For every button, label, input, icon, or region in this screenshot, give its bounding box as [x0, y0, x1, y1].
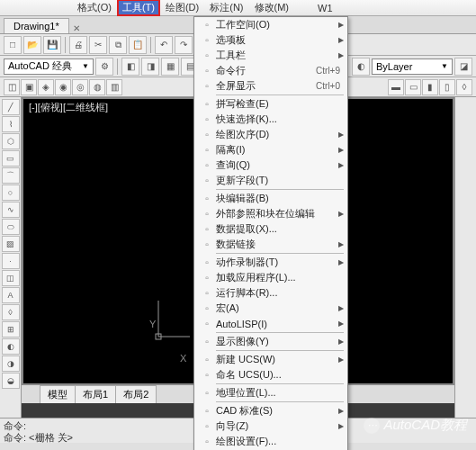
menu-item[interactable]: ▫运行脚本(R)... — [194, 285, 347, 301]
menu-item-icon: ▫ — [198, 388, 216, 398]
tool-icon[interactable]: ◨ — [141, 58, 159, 76]
menu-item-label: 选项板 — [216, 33, 338, 47]
table-icon[interactable]: ⊞ — [2, 321, 20, 338]
paste-icon[interactable]: 📋 — [129, 36, 147, 54]
line-icon[interactable]: ╱ — [2, 99, 20, 115]
menu-item-icon: ▫ — [198, 337, 216, 346]
tool-icon[interactable]: ▥ — [106, 79, 122, 95]
menu-dimension[interactable]: 标注(N) — [204, 0, 248, 16]
menu-item[interactable]: ▫查询(Q)▶ — [194, 158, 347, 173]
print-icon[interactable]: 🖨 — [69, 36, 87, 54]
tool-icon[interactable]: ▣ — [21, 79, 37, 95]
tab-model[interactable]: 模型 — [40, 385, 76, 404]
menu-item-label: 查询(Q) — [216, 158, 338, 172]
workspace-combo[interactable]: AutoCAD 经典▼ — [4, 58, 94, 75]
submenu-arrow-icon: ▶ — [338, 51, 344, 59]
point-icon[interactable]: · — [2, 253, 20, 269]
menu-format[interactable]: 格式(O) — [72, 0, 117, 16]
gear-icon[interactable]: ⚙ — [95, 58, 113, 76]
menu-item[interactable]: ▫选项板▶ — [194, 32, 347, 48]
menu-item[interactable]: ▫全屏显示Ctrl+0 — [194, 78, 347, 94]
tool-icon[interactable]: ◊ — [456, 79, 472, 95]
menu-item[interactable]: ▫数据链接▶ — [194, 237, 347, 252]
menu-item[interactable]: ▫命名 UCS(U)... — [194, 367, 347, 382]
tool-icon[interactable]: ◉ — [55, 79, 71, 95]
menu-item[interactable]: ▫宏(A)▶ — [194, 301, 347, 316]
tool-icon[interactable]: ◐ — [2, 338, 20, 355]
menu-item[interactable]: ▫显示图像(Y)▶ — [194, 334, 347, 349]
tool-icon[interactable]: ▬ — [388, 79, 404, 95]
menu-item[interactable]: ▫工具栏▶ — [194, 48, 347, 63]
block-icon[interactable]: ◫ — [2, 270, 20, 286]
ellipse-icon[interactable]: ⬭ — [2, 219, 20, 235]
redo-icon[interactable]: ↷ — [175, 36, 193, 54]
submenu-arrow-icon: ▶ — [338, 356, 344, 364]
circle-icon[interactable]: ○ — [2, 184, 20, 201]
menu-item[interactable]: ▫块编辑器(B) — [194, 191, 347, 206]
menu-item[interactable]: ▫拼写检查(E) — [194, 96, 347, 112]
menu-item-label: 块编辑器(B) — [216, 192, 344, 205]
copy-icon[interactable]: ⧉ — [109, 36, 127, 54]
tool-icon[interactable]: ◑ — [2, 356, 20, 372]
menu-item[interactable]: ▫隔离(I)▶ — [194, 142, 347, 158]
tool-icon[interactable]: ◒ — [2, 373, 20, 389]
tool-icon[interactable]: ◧ — [121, 58, 139, 76]
menu-item[interactable]: ▫快速选择(K)... — [194, 112, 347, 127]
menu-item[interactable]: ▫工作空间(O)▶ — [194, 17, 347, 32]
menu-item-icon: ▫ — [198, 421, 216, 431]
menu-item-icon: ▫ — [198, 257, 216, 267]
rect-icon[interactable]: ▭ — [2, 150, 20, 166]
polygon-icon[interactable]: ⬡ — [2, 133, 20, 149]
menu-w1[interactable]: W1 — [312, 1, 338, 15]
cut-icon[interactable]: ✂ — [89, 36, 107, 54]
save-icon[interactable]: 💾 — [43, 36, 61, 54]
menu-item-icon: ▫ — [198, 99, 216, 109]
submenu-arrow-icon: ▶ — [338, 338, 344, 346]
menu-item-label: 绘图设置(F)... — [216, 435, 344, 448]
tool-icon[interactable]: ▮ — [422, 79, 438, 95]
menu-item[interactable]: ▫CAD 标准(S)▶ — [194, 403, 347, 418]
open-icon[interactable]: 📂 — [23, 36, 41, 54]
tool-icon[interactable]: ◫ — [4, 79, 20, 95]
menu-item[interactable]: ▫更新字段(T) — [194, 173, 347, 188]
tool-icon[interactable]: ▯ — [439, 79, 455, 95]
bylayer-combo[interactable]: ByLayer▼ — [372, 58, 453, 75]
menu-item-icon: ▫ — [198, 288, 216, 298]
new-icon[interactable]: □ — [4, 36, 22, 54]
menu-item[interactable]: ▫外部参照和块在位编辑▶ — [194, 206, 347, 221]
tab-layout2[interactable]: 布局2 — [115, 385, 157, 404]
tool-icon[interactable]: ◍ — [89, 79, 105, 95]
menu-draw[interactable]: 绘图(D) — [160, 0, 204, 16]
tool-icon[interactable]: ▭ — [405, 79, 421, 95]
tab-close-icon[interactable]: ✕ — [73, 23, 80, 33]
menu-item[interactable]: ▫绘图次序(D)▶ — [194, 127, 347, 142]
menu-tools[interactable]: 工具(T) — [117, 0, 160, 16]
spline-icon[interactable]: ∿ — [2, 202, 20, 218]
menu-item[interactable]: ▫新建 UCS(W)▶ — [194, 352, 347, 367]
file-tab[interactable]: Drawing1* — [4, 18, 69, 33]
menu-item[interactable]: ▫命令行Ctrl+9 — [194, 63, 347, 78]
menu-item[interactable]: ▫AutoLISP(I)▶ — [194, 316, 347, 331]
menu-modify[interactable]: 修改(M) — [249, 0, 295, 16]
menu-item-icon: ▫ — [198, 303, 216, 313]
region-icon[interactable]: ◊ — [2, 304, 20, 320]
undo-icon[interactable]: ↶ — [155, 36, 173, 54]
menu-item[interactable]: ▫动作录制器(T)▶ — [194, 255, 347, 270]
tool-icon[interactable]: ◈ — [38, 79, 54, 95]
menu-item[interactable]: ▫绘图设置(F)... — [194, 434, 347, 449]
tab-layout1[interactable]: 布局1 — [75, 385, 116, 404]
menu-item[interactable]: ▫加载应用程序(L)... — [194, 270, 347, 285]
menu-item[interactable]: ▫向导(Z)▶ — [194, 418, 347, 434]
layer-icon[interactable]: ◐ — [352, 58, 370, 76]
menu-item[interactable]: ▫数据提取(X)... — [194, 221, 347, 237]
color-icon[interactable]: ◪ — [454, 58, 472, 76]
text-icon[interactable]: A — [2, 287, 20, 303]
pline-icon[interactable]: ⌇ — [2, 116, 20, 132]
arc-icon[interactable]: ⌒ — [2, 167, 20, 184]
hatch-icon[interactable]: ▨ — [2, 236, 20, 252]
menu-item[interactable]: ▫地理位置(L)... — [194, 385, 347, 400]
tool-icon[interactable]: ▦ — [161, 58, 179, 76]
tool-icon[interactable]: ◎ — [72, 79, 88, 95]
menu-item-label: 工具栏 — [216, 49, 338, 62]
viewport-label: [-][俯视][二维线框] — [29, 101, 108, 114]
